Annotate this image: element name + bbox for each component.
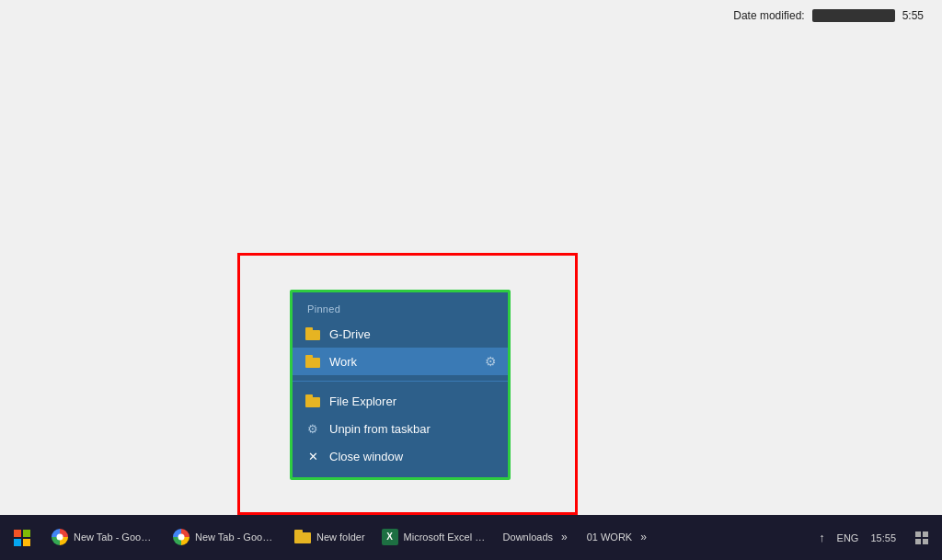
taskbar-label-chrome2: New Tab - Googl...: [195, 531, 278, 543]
work01-overflow-btn[interactable]: »: [638, 529, 649, 545]
language-label: ENG: [837, 532, 859, 543]
svg-rect-5: [923, 531, 928, 537]
taskbar: New Tab - Googl... New Tab - Googl... Ne…: [0, 515, 942, 560]
taskbar-label-work01: 01 WORK: [587, 531, 633, 543]
menu-item-label-file-explorer: File Explorer: [329, 394, 396, 408]
notification-center-button[interactable]: [909, 515, 935, 560]
taskbar-clock[interactable]: 15:55: [863, 532, 903, 543]
folder-icon-work: [305, 354, 320, 369]
chrome-icon-2: [173, 529, 190, 545]
desktop: Date modified: 5:55 Pinned G-Drive Work …: [0, 0, 942, 515]
language-indicator[interactable]: ENG: [837, 528, 857, 548]
svg-rect-6: [915, 539, 921, 544]
taskbar-label-folder: New folder: [316, 531, 365, 543]
taskbar-right: ↑ ENG 15:55: [811, 515, 942, 560]
taskbar-item-chrome1[interactable]: New Tab - Googl...: [44, 515, 164, 560]
svg-rect-3: [23, 539, 30, 546]
menu-item-label-close: Close window: [329, 450, 403, 463]
menu-item-unpin[interactable]: ⚙ Unpin from taskbar: [293, 415, 508, 442]
folder-icon-g-drive: [305, 326, 320, 341]
date-modified-bar: Date modified: 5:55: [733, 9, 924, 22]
pin-icon-work[interactable]: ⚙: [485, 354, 497, 369]
unpin-icon: ⚙: [305, 421, 320, 436]
taskbar-items: New Tab - Googl... New Tab - Googl... Ne…: [44, 515, 811, 560]
menu-item-label-work: Work: [329, 355, 357, 369]
menu-item-label-unpin: Unpin from taskbar: [329, 422, 431, 436]
excel-icon-taskbar: X: [382, 529, 398, 545]
taskbar-item-excel[interactable]: X Microsoft Excel - ...: [374, 515, 494, 560]
menu-item-work[interactable]: Work ⚙: [293, 348, 508, 375]
folder-icon-taskbar: [294, 529, 311, 545]
menu-item-close-window[interactable]: ✕ Close window: [293, 442, 508, 470]
svg-rect-1: [23, 530, 30, 537]
clock-time: 15:55: [870, 532, 896, 543]
taskbar-label-chrome1: New Tab - Googl...: [74, 531, 156, 543]
close-icon: ✕: [305, 449, 320, 463]
taskbar-label-excel: Microsoft Excel - ...: [404, 531, 487, 543]
svg-rect-4: [915, 531, 921, 537]
date-modified-label: Date modified:: [733, 9, 804, 22]
menu-item-file-explorer[interactable]: File Explorer: [293, 387, 508, 415]
taskbar-item-work01[interactable]: 01 WORK »: [580, 515, 657, 560]
svg-rect-2: [14, 539, 21, 546]
menu-item-label-g-drive: G-Drive: [329, 327, 371, 341]
taskbar-item-chrome2[interactable]: New Tab - Googl...: [166, 515, 285, 560]
folder-icon-file-explorer: [305, 394, 320, 408]
date-modified-value: [812, 9, 895, 22]
date-modified-time: 5:55: [902, 9, 924, 22]
chrome-icon-1: [52, 529, 68, 545]
context-menu: Pinned G-Drive Work ⚙ File Explorer: [290, 290, 511, 480]
menu-item-g-drive[interactable]: G-Drive: [293, 320, 508, 348]
downloads-overflow-btn[interactable]: »: [558, 529, 570, 545]
upload-icon[interactable]: ↑: [811, 528, 832, 548]
taskbar-item-folder[interactable]: New folder: [287, 515, 373, 560]
taskbar-label-downloads: Downloads: [503, 531, 553, 543]
svg-rect-7: [923, 539, 928, 544]
taskbar-item-downloads[interactable]: Downloads »: [496, 515, 578, 560]
start-button[interactable]: [0, 515, 44, 560]
menu-separator: [293, 381, 508, 382]
svg-rect-0: [14, 530, 21, 537]
pinned-section-label: Pinned: [293, 300, 508, 320]
